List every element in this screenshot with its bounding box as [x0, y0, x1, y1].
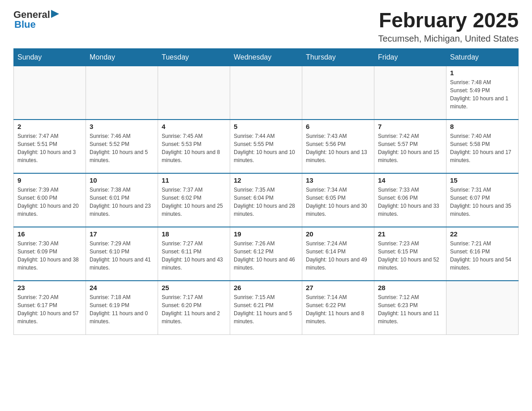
- calendar-cell: 10Sunrise: 7:38 AMSunset: 6:01 PMDayligh…: [86, 173, 158, 227]
- calendar-cell: [446, 281, 519, 334]
- day-info: Sunrise: 7:18 AMSunset: 6:19 PMDaylight:…: [90, 293, 154, 325]
- calendar-cell: [302, 66, 374, 120]
- calendar-cell: 26Sunrise: 7:15 AMSunset: 6:21 PMDayligh…: [230, 281, 302, 334]
- day-info: Sunrise: 7:37 AMSunset: 6:02 PMDaylight:…: [162, 186, 226, 218]
- svg-marker-0: [51, 10, 59, 18]
- calendar-week-row: 16Sunrise: 7:30 AMSunset: 6:09 PMDayligh…: [14, 227, 519, 281]
- day-number: 2: [17, 123, 82, 130]
- calendar-cell: 9Sunrise: 7:39 AMSunset: 6:00 PMDaylight…: [14, 173, 86, 227]
- calendar-header-sunday: Sunday: [14, 48, 86, 66]
- calendar-cell: 12Sunrise: 7:35 AMSunset: 6:04 PMDayligh…: [230, 173, 302, 227]
- day-info: Sunrise: 7:14 AMSunset: 6:22 PMDaylight:…: [306, 293, 370, 325]
- day-number: 8: [450, 123, 515, 130]
- calendar-header-tuesday: Tuesday: [158, 48, 230, 66]
- page-header: General Blue February 2025 Tecumseh, Mic…: [13, 9, 519, 44]
- calendar-cell: 14Sunrise: 7:33 AMSunset: 6:06 PMDayligh…: [374, 173, 446, 227]
- calendar-week-row: 2Sunrise: 7:47 AMSunset: 5:51 PMDaylight…: [14, 120, 519, 173]
- day-number: 3: [90, 123, 154, 130]
- day-info: Sunrise: 7:45 AMSunset: 5:53 PMDaylight:…: [162, 132, 226, 164]
- day-number: 24: [90, 284, 154, 291]
- day-info: Sunrise: 7:34 AMSunset: 6:05 PMDaylight:…: [306, 186, 370, 218]
- day-number: 16: [17, 230, 82, 238]
- calendar-cell: [374, 66, 446, 120]
- calendar-week-row: 23Sunrise: 7:20 AMSunset: 6:17 PMDayligh…: [14, 281, 519, 334]
- calendar-week-row: 9Sunrise: 7:39 AMSunset: 6:00 PMDaylight…: [14, 173, 519, 227]
- calendar-cell: 15Sunrise: 7:31 AMSunset: 6:07 PMDayligh…: [446, 173, 519, 227]
- day-number: 1: [450, 69, 515, 77]
- calendar-cell: 18Sunrise: 7:27 AMSunset: 6:11 PMDayligh…: [158, 227, 230, 281]
- day-number: 28: [378, 284, 442, 291]
- calendar-cell: 4Sunrise: 7:45 AMSunset: 5:53 PMDaylight…: [158, 120, 230, 173]
- calendar-cell: [230, 66, 302, 120]
- calendar-cell: 21Sunrise: 7:23 AMSunset: 6:15 PMDayligh…: [374, 227, 446, 281]
- calendar-header-saturday: Saturday: [446, 48, 519, 66]
- logo-blue: Blue: [14, 19, 36, 30]
- day-number: 20: [306, 230, 370, 238]
- calendar-cell: 1Sunrise: 7:48 AMSunset: 5:49 PMDaylight…: [446, 66, 519, 120]
- calendar-cell: 22Sunrise: 7:21 AMSunset: 6:16 PMDayligh…: [446, 227, 519, 281]
- day-info: Sunrise: 7:46 AMSunset: 5:52 PMDaylight:…: [90, 132, 154, 164]
- day-info: Sunrise: 7:33 AMSunset: 6:06 PMDaylight:…: [378, 186, 442, 218]
- calendar-cell: 16Sunrise: 7:30 AMSunset: 6:09 PMDayligh…: [14, 227, 86, 281]
- day-info: Sunrise: 7:48 AMSunset: 5:49 PMDaylight:…: [450, 78, 515, 111]
- calendar-cell: 19Sunrise: 7:26 AMSunset: 6:12 PMDayligh…: [230, 227, 302, 281]
- calendar-header-row: SundayMondayTuesdayWednesdayThursdayFrid…: [14, 48, 519, 66]
- calendar-header-thursday: Thursday: [302, 48, 374, 66]
- calendar-header-wednesday: Wednesday: [230, 48, 302, 66]
- calendar-cell: 24Sunrise: 7:18 AMSunset: 6:19 PMDayligh…: [86, 281, 158, 334]
- day-info: Sunrise: 7:26 AMSunset: 6:12 PMDaylight:…: [234, 240, 298, 272]
- day-number: 23: [17, 284, 82, 291]
- day-info: Sunrise: 7:15 AMSunset: 6:21 PMDaylight:…: [234, 293, 298, 325]
- day-number: 25: [162, 284, 226, 291]
- day-info: Sunrise: 7:20 AMSunset: 6:17 PMDaylight:…: [17, 293, 82, 325]
- day-number: 21: [378, 230, 442, 238]
- day-info: Sunrise: 7:31 AMSunset: 6:07 PMDaylight:…: [450, 186, 515, 218]
- day-info: Sunrise: 7:29 AMSunset: 6:10 PMDaylight:…: [90, 240, 154, 272]
- calendar-cell: 20Sunrise: 7:24 AMSunset: 6:14 PMDayligh…: [302, 227, 374, 281]
- calendar-cell: [86, 66, 158, 120]
- day-info: Sunrise: 7:21 AMSunset: 6:16 PMDaylight:…: [450, 240, 515, 272]
- day-number: 27: [306, 284, 370, 291]
- day-info: Sunrise: 7:42 AMSunset: 5:57 PMDaylight:…: [378, 132, 442, 164]
- calendar-cell: 6Sunrise: 7:43 AMSunset: 5:56 PMDaylight…: [302, 120, 374, 173]
- day-info: Sunrise: 7:44 AMSunset: 5:55 PMDaylight:…: [234, 132, 298, 164]
- day-info: Sunrise: 7:40 AMSunset: 5:58 PMDaylight:…: [450, 132, 515, 164]
- day-info: Sunrise: 7:17 AMSunset: 6:20 PMDaylight:…: [162, 293, 226, 325]
- calendar-header-friday: Friday: [374, 48, 446, 66]
- calendar-cell: [14, 66, 86, 120]
- day-number: 10: [90, 176, 154, 184]
- calendar-cell: 13Sunrise: 7:34 AMSunset: 6:05 PMDayligh…: [302, 173, 374, 227]
- calendar-table: SundayMondayTuesdayWednesdayThursdayFrid…: [13, 48, 519, 335]
- calendar-cell: 17Sunrise: 7:29 AMSunset: 6:10 PMDayligh…: [86, 227, 158, 281]
- day-info: Sunrise: 7:35 AMSunset: 6:04 PMDaylight:…: [234, 186, 298, 218]
- day-number: 18: [162, 230, 226, 238]
- day-info: Sunrise: 7:39 AMSunset: 6:00 PMDaylight:…: [17, 186, 82, 218]
- day-info: Sunrise: 7:47 AMSunset: 5:51 PMDaylight:…: [17, 132, 82, 164]
- day-number: 9: [17, 176, 82, 184]
- calendar-header-monday: Monday: [86, 48, 158, 66]
- day-info: Sunrise: 7:43 AMSunset: 5:56 PMDaylight:…: [306, 132, 370, 164]
- day-info: Sunrise: 7:12 AMSunset: 6:23 PMDaylight:…: [378, 293, 442, 325]
- month-title: February 2025: [378, 9, 519, 32]
- calendar-cell: 5Sunrise: 7:44 AMSunset: 5:55 PMDaylight…: [230, 120, 302, 173]
- day-info: Sunrise: 7:27 AMSunset: 6:11 PMDaylight:…: [162, 240, 226, 272]
- day-info: Sunrise: 7:30 AMSunset: 6:09 PMDaylight:…: [17, 240, 82, 272]
- day-number: 4: [162, 123, 226, 130]
- calendar-cell: 11Sunrise: 7:37 AMSunset: 6:02 PMDayligh…: [158, 173, 230, 227]
- day-info: Sunrise: 7:24 AMSunset: 6:14 PMDaylight:…: [306, 240, 370, 272]
- calendar-cell: 23Sunrise: 7:20 AMSunset: 6:17 PMDayligh…: [14, 281, 86, 334]
- calendar-cell: 8Sunrise: 7:40 AMSunset: 5:58 PMDaylight…: [446, 120, 519, 173]
- calendar-cell: 7Sunrise: 7:42 AMSunset: 5:57 PMDaylight…: [374, 120, 446, 173]
- day-number: 12: [234, 176, 298, 184]
- calendar-cell: 28Sunrise: 7:12 AMSunset: 6:23 PMDayligh…: [374, 281, 446, 334]
- calendar-cell: 2Sunrise: 7:47 AMSunset: 5:51 PMDaylight…: [14, 120, 86, 173]
- title-block: February 2025 Tecumseh, Michigan, United…: [378, 9, 519, 44]
- calendar-cell: 27Sunrise: 7:14 AMSunset: 6:22 PMDayligh…: [302, 281, 374, 334]
- logo: General Blue: [13, 9, 59, 30]
- day-number: 13: [306, 176, 370, 184]
- calendar-week-row: 1Sunrise: 7:48 AMSunset: 5:49 PMDaylight…: [14, 66, 519, 120]
- day-number: 6: [306, 123, 370, 130]
- day-number: 26: [234, 284, 298, 291]
- calendar-cell: 25Sunrise: 7:17 AMSunset: 6:20 PMDayligh…: [158, 281, 230, 334]
- location-title: Tecumseh, Michigan, United States: [378, 34, 519, 44]
